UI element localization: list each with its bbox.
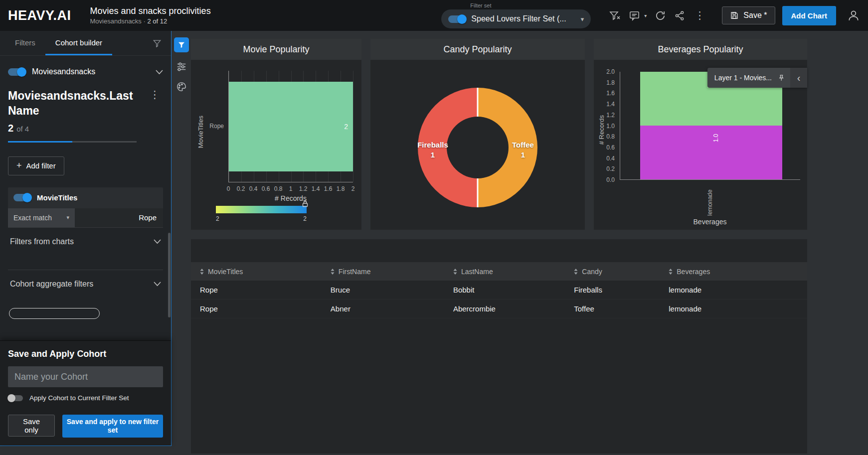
apply-cohort-toggle[interactable] xyxy=(8,395,23,401)
y-axis-tick: 1.4 xyxy=(606,101,615,108)
filter-set-dropdown[interactable]: Speed Lovers Filter Set (... ▾ xyxy=(441,9,591,28)
movie-popularity-chart: Movie Popularity MovieTitles Rope 2 00.2… xyxy=(191,39,361,230)
movie-bar[interactable]: 2 xyxy=(229,82,353,171)
cohort-name-input[interactable] xyxy=(8,366,163,387)
share-icon[interactable] xyxy=(674,10,686,21)
heavyai-logo[interactable]: HEAVY.AI xyxy=(8,8,71,23)
candy-chart-title[interactable]: Candy Popularity xyxy=(370,39,585,60)
column-header-label: FirstName xyxy=(339,268,371,276)
x-axis-tick: 1.2 xyxy=(299,185,308,192)
beverages-popularity-chart: Beverages Popularity # Records 2.01.81.6… xyxy=(594,39,807,230)
column-header-label: MovieTitles xyxy=(208,268,243,276)
lock-icon[interactable] xyxy=(302,200,308,207)
movie-y-tick: Rope xyxy=(191,123,224,130)
sort-icon[interactable] xyxy=(574,269,578,275)
filter-toggle[interactable] xyxy=(13,194,31,201)
cohort-header: Moviesandsnacks.Last Name ⋮ xyxy=(8,89,163,119)
movie-xticks: 00.20.40.60.811.21.41.61.82 xyxy=(228,185,353,193)
sort-icon[interactable] xyxy=(453,269,457,275)
y-axis-tick: 2.0 xyxy=(606,68,615,75)
save-button-label: Save * xyxy=(743,11,767,20)
filter-funnel-icon[interactable] xyxy=(152,38,166,48)
slice-label-fireballs[interactable]: Fireballs 1 xyxy=(409,140,457,160)
table-row[interactable]: RopeAbnerAbercrombieToffeelemonade xyxy=(191,300,807,318)
refresh-icon[interactable] xyxy=(655,10,666,21)
section-filters-from-charts[interactable]: Filters from charts xyxy=(8,227,163,256)
palette-icon[interactable] xyxy=(176,81,187,92)
topbar: HEAVY.AI Movies and snacks proclivities … xyxy=(0,0,868,31)
y-axis-tick: 1.2 xyxy=(606,112,615,119)
cohort-title: Moviesandsnacks.Last Name xyxy=(8,89,134,119)
x-axis-tick: 0.6 xyxy=(262,185,270,192)
sidebar-scrollbar[interactable] xyxy=(168,233,171,317)
movie-chart-title[interactable]: Movie Popularity xyxy=(191,39,361,60)
add-chart-button[interactable]: Add Chart xyxy=(782,6,837,25)
tab-filters[interactable]: Filters xyxy=(5,31,45,55)
dashboard-title[interactable]: Movies and snacks proclivities xyxy=(90,6,211,16)
bev-segment-bottom[interactable] xyxy=(640,126,782,179)
pin-icon[interactable] xyxy=(778,74,785,82)
column-header[interactable]: FirstName xyxy=(331,268,453,276)
chevron-left-icon: ‹ xyxy=(797,72,801,84)
sort-icon[interactable] xyxy=(669,269,673,275)
slice-label-toffee[interactable]: Toffee 1 xyxy=(499,140,547,160)
filter-set-toggle[interactable] xyxy=(448,15,466,23)
page-indicator: 2 of 12 xyxy=(147,17,167,25)
column-header[interactable]: LastName xyxy=(453,268,574,276)
annotations-caret-icon[interactable]: ▾ xyxy=(644,13,647,18)
column-header[interactable]: Beverages xyxy=(669,268,807,276)
movie-bar-value: 2 xyxy=(344,123,348,131)
source-toggle[interactable] xyxy=(8,68,26,76)
user-account-icon[interactable] xyxy=(847,9,860,22)
x-axis-tick: 2 xyxy=(351,185,355,192)
layer-chip-label-box[interactable]: Layer 1 - Movies... xyxy=(707,68,790,88)
breadcrumb-source: Moviesandsnacks xyxy=(90,17,142,25)
source-row: Moviesandsnacks xyxy=(8,62,163,82)
table-cell: Rope xyxy=(200,286,331,294)
filter-value-input[interactable]: Rope xyxy=(75,208,163,227)
x-axis-tick: 0 xyxy=(227,185,230,192)
save-and-apply-button[interactable]: Save and apply to new filter set xyxy=(62,415,163,438)
x-axis-tick: 1.4 xyxy=(312,185,320,192)
cohort-options-icon[interactable]: ⋮ xyxy=(149,90,161,100)
partially-hidden-button[interactable] xyxy=(9,308,100,319)
beverages-x-tick: lemonade xyxy=(620,184,800,216)
filter-set-control: Filter set Speed Lovers Filter Set (... … xyxy=(441,2,591,28)
sort-icon[interactable] xyxy=(200,269,204,275)
save-only-button[interactable]: Save only xyxy=(8,415,55,437)
x-axis-tick: 0.2 xyxy=(237,185,245,192)
cohort-builder-panel: Filters Cohort builder Moviesandsnacks M… xyxy=(0,31,172,446)
y-axis-tick: 1.0 xyxy=(606,123,615,130)
beverages-stacked-bar[interactable] xyxy=(640,72,782,179)
filter-set-label: Filter set xyxy=(470,2,491,8)
layer-chip[interactable]: Layer 1 - Movies... ‹ xyxy=(707,68,807,88)
match-type-select[interactable]: Exact match ▾ xyxy=(8,208,75,227)
table-cell: Abner xyxy=(331,304,453,313)
beverages-x-axis-label: Beverages xyxy=(620,218,800,226)
color-legend-bar[interactable] xyxy=(216,206,307,213)
column-header[interactable]: MovieTitles xyxy=(200,268,331,276)
annotations-icon[interactable] xyxy=(629,10,640,21)
movie-chart-body: MovieTitles Rope 2 00.20.40.60.811.21.41… xyxy=(191,60,361,230)
chevron-down-icon[interactable] xyxy=(156,70,163,74)
table-cell: Fireballs xyxy=(574,286,669,294)
dashboard-title-block: Movies and snacks proclivities Moviesand… xyxy=(90,6,211,25)
settings-sliders-icon[interactable] xyxy=(176,61,187,72)
y-axis-tick: 0.0 xyxy=(606,176,615,183)
collapse-chip-button[interactable]: ‹ xyxy=(790,68,807,88)
clear-filters-icon[interactable] xyxy=(609,9,621,21)
sort-icon[interactable] xyxy=(331,269,335,275)
beverages-chart-title[interactable]: Beverages Popularity xyxy=(594,39,807,60)
save-button[interactable]: Save * xyxy=(722,6,775,24)
add-filter-button[interactable]: + Add filter xyxy=(8,156,64,175)
table-row[interactable]: RopeBruceBobbitFireballslemonade xyxy=(191,281,807,300)
tab-cohort-builder[interactable]: Cohort builder xyxy=(45,31,112,55)
filters-panel-icon[interactable] xyxy=(174,37,189,52)
table-cell: Abercrombie xyxy=(453,304,574,313)
column-header[interactable]: Candy xyxy=(574,268,669,276)
more-options-icon[interactable]: ⋮ xyxy=(694,10,706,20)
section-cohort-aggregate-filters[interactable]: Cohort aggregate filters xyxy=(8,270,163,298)
chevron-down-icon[interactable]: ▾ xyxy=(581,15,584,23)
plus-icon: + xyxy=(16,160,22,171)
slice-name: Toffee xyxy=(499,140,547,150)
